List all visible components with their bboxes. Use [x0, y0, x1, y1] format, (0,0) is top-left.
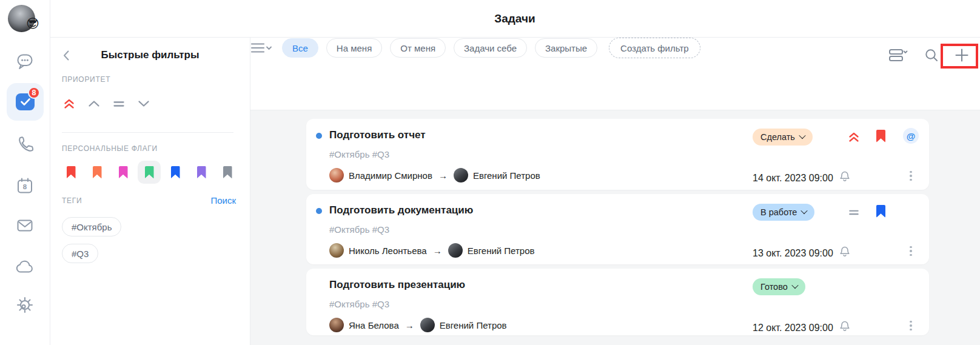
personal-flags-row [59, 161, 239, 184]
tag-chip-q3[interactable]: #Q3 [62, 244, 98, 263]
task-card[interactable]: Подготовить отчет #Октябрь #Q3 Владимир … [306, 119, 929, 190]
task-meta: 13 окт. 2023 09:00 [753, 245, 851, 261]
phone-icon [15, 134, 35, 153]
task-tags: #Октябрь #Q3 [329, 149, 389, 159]
status-dropdown[interactable]: Сделать [753, 129, 813, 146]
flag-icon [171, 166, 180, 179]
back-chevron-icon[interactable] [62, 50, 73, 61]
sidebar-item-cloud[interactable] [0, 256, 50, 277]
flag-gray-button[interactable] [216, 161, 239, 184]
tasks-toolbar: Все На меня От меня Задачи себе Закрытые… [250, 38, 980, 110]
reminder-bell-icon [839, 320, 851, 336]
chip-closed[interactable]: Закрытые [535, 38, 597, 58]
flag-green-button-selected[interactable] [138, 161, 161, 184]
task-menu-button[interactable] [908, 319, 914, 332]
sidebar-item-tasks-active[interactable]: 8 [7, 83, 44, 121]
reminder-bell-icon [839, 170, 851, 186]
flag-icon [67, 166, 76, 179]
sort-lines-chevron-icon [250, 42, 272, 54]
reminder-bell-icon [839, 245, 851, 261]
priority-normal-button[interactable] [112, 96, 126, 112]
status-label: Сделать [760, 132, 795, 142]
priority-high-icon [845, 131, 863, 143]
chevron-down-icon [799, 132, 805, 138]
flag-pink-button[interactable] [112, 161, 135, 184]
assigner-name: Владимир Смирнов [349, 170, 432, 181]
flag-icon[interactable] [876, 130, 885, 142]
page-title: Задачи [494, 12, 535, 25]
annotation-highlight-add-task [941, 44, 978, 69]
status-label: Готово [760, 282, 788, 292]
arrow-icon: → [432, 246, 443, 256]
task-assignees: Владимир Смирнов → Евгений Петров [329, 168, 540, 183]
priority-highest-button[interactable] [62, 96, 76, 112]
divider [62, 132, 233, 133]
calendar-icon: 8 [15, 176, 35, 196]
flag-icon [119, 166, 128, 179]
avatar-status-emoji: 😎 [26, 17, 39, 30]
mail-icon [15, 216, 35, 235]
chip-to-me[interactable]: На меня [326, 38, 382, 58]
app-sidebar: 😎 8 8 [0, 0, 50, 345]
sidebar-item-mail[interactable] [0, 215, 50, 236]
chip-self-tasks[interactable]: Задачи себе [454, 38, 527, 58]
arrow-icon: → [404, 320, 415, 330]
flag-icon [145, 166, 154, 179]
settings-gear-icon [15, 295, 35, 315]
assignee-name: Евгений Петров [473, 170, 540, 181]
task-meta: 14 окт. 2023 09:00 [753, 170, 851, 186]
view-mode-button[interactable] [888, 48, 908, 65]
flag-icon [93, 166, 102, 179]
task-title: Подготовить презентацию [329, 279, 465, 291]
flag-purple-button[interactable] [190, 161, 213, 184]
create-filter-button[interactable]: Создать фильтр [609, 38, 700, 58]
flags-section-label: ПЕРСОНАЛЬНЫЕ ФЛАГИ [62, 144, 158, 153]
avatar [420, 318, 435, 332]
panel-title: Быстрые фильтры [50, 49, 250, 61]
status-dropdown[interactable]: В работе [753, 204, 814, 221]
arrow-icon: → [437, 170, 449, 181]
assignee-name: Евгений Петров [468, 246, 535, 256]
tasks-icon: 8 [16, 93, 35, 110]
sidebar-item-settings[interactable] [0, 295, 50, 315]
calendar-day-number: 8 [23, 183, 27, 190]
task-card[interactable]: Подготовить презентацию #Октябрь #Q3 Яна… [306, 269, 929, 335]
cloud-icon [15, 257, 35, 276]
flag-red-button[interactable] [59, 161, 82, 184]
priority-low-button[interactable] [136, 96, 151, 112]
due-date: 13 окт. 2023 09:00 [753, 248, 833, 259]
task-assignees: Яна Белова → Евгений Петров [329, 318, 507, 332]
search-button[interactable] [924, 48, 939, 65]
sidebar-item-calls[interactable] [0, 133, 50, 154]
quick-filters-panel: Быстрые фильтры ПРИОРИТЕТ ПЕРСОНАЛЬНЫЕ Ф… [50, 38, 250, 345]
sidebar-item-calendar[interactable]: 8 [0, 176, 50, 196]
tags-search-link[interactable]: Поиск [210, 195, 236, 206]
priority-filter-row [62, 96, 151, 112]
chevron-down-icon [791, 281, 798, 288]
task-title: Подготовить отчет [329, 129, 426, 141]
flag-orange-button[interactable] [86, 161, 109, 184]
task-card[interactable]: Подготовить документацию #Октябрь #Q3 Ни… [306, 194, 929, 264]
sort-button[interactable] [250, 42, 272, 54]
task-title: Подготовить документацию [329, 204, 473, 216]
assigner-name: Николь Леонтьева [349, 246, 427, 256]
unread-dot [316, 208, 322, 214]
status-dropdown[interactable]: Готово [753, 278, 805, 295]
flag-icon [197, 166, 206, 179]
avatar [329, 318, 344, 332]
flag-icon[interactable] [876, 205, 885, 218]
chat-icon [15, 52, 35, 71]
priority-high-button[interactable] [87, 96, 101, 112]
chip-from-me[interactable]: От меня [390, 38, 446, 58]
task-menu-button[interactable] [908, 169, 914, 183]
avatar [454, 168, 468, 183]
task-menu-button[interactable] [908, 244, 914, 258]
tag-chip-october[interactable]: #Октябрь [62, 217, 121, 236]
sidebar-item-chats[interactable] [0, 51, 50, 72]
chip-all[interactable]: Все [282, 38, 318, 58]
assignee-name: Евгений Петров [440, 320, 507, 330]
mention-icon: @ [903, 128, 919, 144]
priority-normal-icon [845, 207, 863, 217]
task-tags: #Октябрь #Q3 [329, 299, 389, 309]
flag-blue-button[interactable] [164, 161, 187, 184]
